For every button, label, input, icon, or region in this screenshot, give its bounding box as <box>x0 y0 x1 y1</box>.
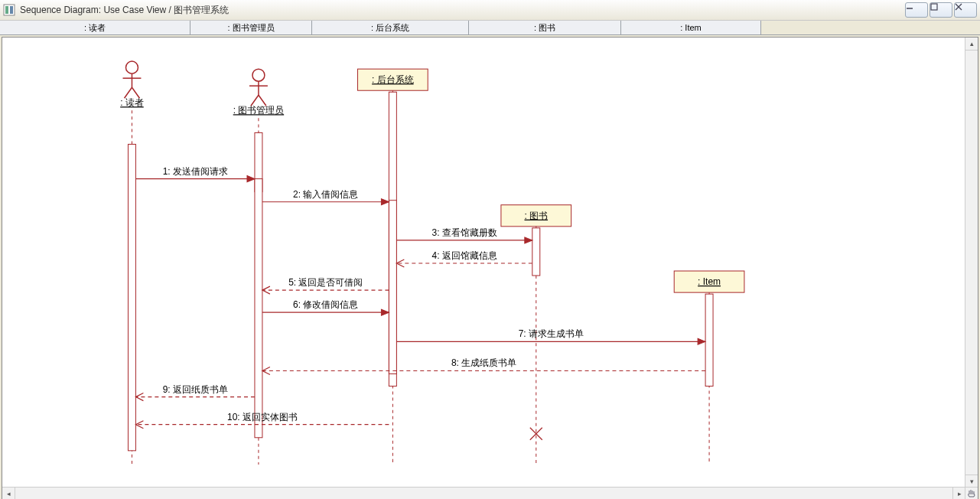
svg-text:3: 查看馆藏册数: 3: 查看馆藏册数 <box>432 227 497 238</box>
svg-text:: 图书: : 图书 <box>524 210 548 221</box>
svg-marker-38 <box>247 176 255 182</box>
svg-marker-41 <box>381 199 389 205</box>
tab- 读者[interactable]: : 读者 <box>0 21 190 34</box>
svg-text:: 图书管理员: : 图书管理员 <box>233 105 284 116</box>
svg-point-7 <box>125 61 138 73</box>
pan-tool-icon[interactable] <box>965 487 978 499</box>
scroll-up-icon[interactable]: ▴ <box>965 38 978 51</box>
scroll-right-icon[interactable]: ▸ <box>952 488 965 499</box>
sequence-diagram-svg: : 读者: 图书管理员: 后台系统: 图书: Item1: 发送借阅请求2: 输… <box>2 38 965 488</box>
svg-marker-44 <box>525 237 532 243</box>
window-title: Sequence Diagram: Use Case View / 图书管理系统 <box>20 4 905 17</box>
svg-text:8: 生成纸质书单: 8: 生成纸质书单 <box>451 357 516 368</box>
svg-line-11 <box>132 87 139 98</box>
diagram-canvas[interactable]: : 读者: 图书管理员: 后台系统: 图书: Item1: 发送借阅请求2: 输… <box>2 38 965 488</box>
svg-rect-32 <box>255 179 262 438</box>
svg-text:: Item: : Item <box>698 276 721 287</box>
scroll-left-icon[interactable]: ◂ <box>2 488 15 499</box>
svg-text:4: 返回馆藏信息: 4: 返回馆藏信息 <box>432 250 497 261</box>
tab- 后台系统[interactable]: : 后台系统 <box>312 21 469 34</box>
maximize-button[interactable] <box>930 2 952 18</box>
svg-text:1: 发送借阅请求: 1: 发送借阅请求 <box>163 166 228 177</box>
vertical-scrollbar[interactable]: ▴ ▾ <box>965 38 978 488</box>
tab- 图书管理员[interactable]: : 图书管理员 <box>190 21 312 34</box>
horizontal-scrollbar[interactable]: ◂ ▸ <box>2 487 965 499</box>
scroll-down-icon[interactable]: ▾ <box>965 475 978 488</box>
app-window: Sequence Diagram: Use Case View / 图书管理系统… <box>0 0 980 499</box>
svg-text:: 读者: : 读者 <box>120 97 144 108</box>
svg-rect-1 <box>5 6 8 14</box>
svg-text:2: 输入借阅信息: 2: 输入借阅信息 <box>293 189 358 200</box>
svg-point-14 <box>252 69 265 81</box>
svg-rect-30 <box>128 144 135 450</box>
svg-text:9: 返回纸质书单: 9: 返回纸质书单 <box>163 384 228 395</box>
svg-text:: 后台系统: : 后台系统 <box>372 74 413 85</box>
svg-marker-51 <box>381 309 389 315</box>
svg-line-17 <box>251 95 259 106</box>
titlebar: Sequence Diagram: Use Case View / 图书管理系统 <box>0 0 980 21</box>
svg-rect-36 <box>705 294 713 386</box>
diagram-viewport: : 读者: 图书管理员: 后台系统: 图书: Item1: 发送借阅请求2: 输… <box>2 37 978 499</box>
app-icon <box>3 4 15 16</box>
svg-rect-34 <box>389 201 396 374</box>
tab- item[interactable]: : Item <box>621 21 761 34</box>
svg-rect-2 <box>10 6 13 14</box>
svg-text:5: 返回是否可借阅: 5: 返回是否可借阅 <box>288 277 363 288</box>
svg-line-10 <box>124 87 132 98</box>
tab- 图书[interactable]: : 图书 <box>469 21 621 34</box>
svg-text:6: 修改借阅信息: 6: 修改借阅信息 <box>293 299 358 310</box>
minimize-button[interactable] <box>905 2 928 18</box>
svg-line-18 <box>259 95 266 106</box>
svg-text:10: 返回实体图书: 10: 返回实体图书 <box>227 412 298 422</box>
svg-rect-35 <box>532 228 540 276</box>
lifeline-tabs: : 读者: 图书管理员: 后台系统: 图书: Item <box>0 21 980 35</box>
close-button[interactable] <box>954 2 977 18</box>
svg-rect-4 <box>931 4 937 10</box>
svg-marker-54 <box>698 338 705 344</box>
window-buttons <box>905 2 977 18</box>
svg-text:7: 请求生成书单: 7: 请求生成书单 <box>519 328 584 339</box>
